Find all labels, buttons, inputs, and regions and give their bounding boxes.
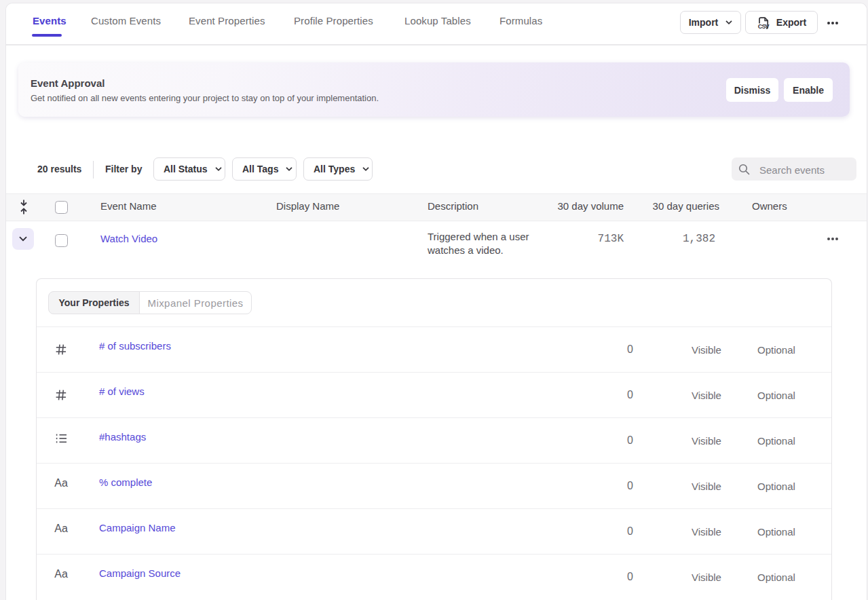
svg-text:CSV: CSV [758, 23, 770, 30]
